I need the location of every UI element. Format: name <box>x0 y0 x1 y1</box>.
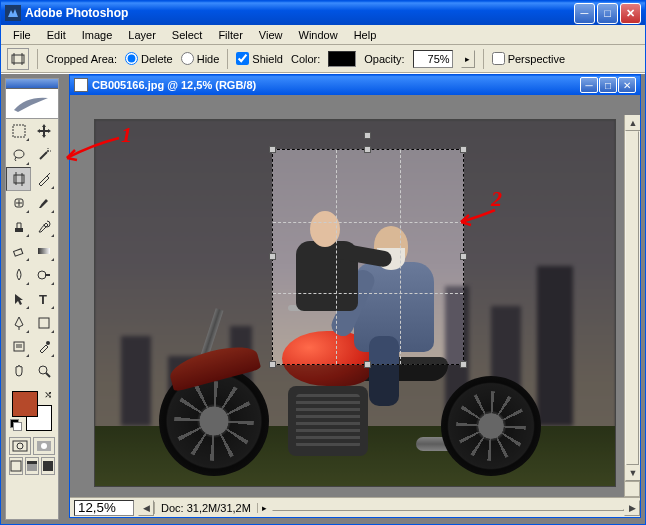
maximize-button[interactable]: □ <box>597 3 618 24</box>
swap-colors-icon[interactable]: ⤭ <box>44 389 52 400</box>
opacity-flyout[interactable]: ▸ <box>461 50 475 68</box>
zoom-tool[interactable] <box>31 359 56 383</box>
doc-label: Doc: <box>161 502 184 514</box>
workarea: T ⤭ CB005 <box>1 73 645 524</box>
crop-handle-tr[interactable] <box>460 146 467 153</box>
color-swatches[interactable]: ⤭ <box>10 389 54 431</box>
crop-handle-r[interactable] <box>460 253 467 260</box>
scroll-down-button[interactable]: ▼ <box>625 465 640 481</box>
path-select-tool[interactable] <box>6 287 31 311</box>
titlebar[interactable]: Adobe Photoshop ─ □ ✕ <box>1 1 645 25</box>
svg-point-20 <box>38 271 46 279</box>
vertical-scrollbar[interactable]: ▲ ▼ <box>624 115 640 481</box>
marquee-tool[interactable] <box>6 119 31 143</box>
crop-handle-tl[interactable] <box>269 146 276 153</box>
svg-line-30 <box>46 373 50 377</box>
crop-tool[interactable] <box>6 167 31 191</box>
crop-handle-l[interactable] <box>269 253 276 260</box>
crop-selection[interactable] <box>272 149 464 365</box>
document-title: CB005166.jpg @ 12,5% (RGB/8) <box>92 79 580 91</box>
resize-grip[interactable] <box>624 481 640 497</box>
svg-point-5 <box>14 150 24 158</box>
zoom-field[interactable] <box>74 500 134 516</box>
scroll-up-button[interactable]: ▲ <box>625 115 640 131</box>
toolbox-grip[interactable] <box>6 79 58 89</box>
svg-rect-24 <box>39 318 49 328</box>
document-window: CB005166.jpg @ 12,5% (RGB/8) ─ □ ✕ <box>69 74 641 518</box>
eraser-tool[interactable] <box>6 239 31 263</box>
current-tool-icon[interactable] <box>7 48 29 70</box>
gradient-tool[interactable] <box>31 239 56 263</box>
eyedropper-tool[interactable] <box>31 335 56 359</box>
close-button[interactable]: ✕ <box>620 3 641 24</box>
shield-checkbox[interactable]: Shield <box>236 52 283 65</box>
foreground-color-swatch[interactable] <box>12 391 38 417</box>
magic-wand-tool[interactable] <box>31 143 56 167</box>
crop-handle-br[interactable] <box>460 361 467 368</box>
svg-rect-17 <box>15 228 23 232</box>
statusbar: ◀ Doc: 31,2M/31,2M ▸ ▶ <box>70 497 640 517</box>
crop-handle-bl[interactable] <box>269 361 276 368</box>
shape-tool[interactable] <box>31 311 56 335</box>
perspective-checkbox[interactable]: Perspective <box>492 52 565 65</box>
screen-full-button[interactable] <box>41 457 55 475</box>
svg-point-32 <box>17 443 23 449</box>
menu-image[interactable]: Image <box>74 27 121 43</box>
healing-brush-tool[interactable] <box>6 191 31 215</box>
minimize-button[interactable]: ─ <box>574 3 595 24</box>
notes-tool[interactable] <box>6 335 31 359</box>
move-tool[interactable] <box>31 119 56 143</box>
screen-menubar-button[interactable] <box>25 457 39 475</box>
app-window: Adobe Photoshop ─ □ ✕ File Edit Image La… <box>0 0 646 525</box>
toolbox: T ⤭ <box>5 78 59 520</box>
delete-radio[interactable]: Delete <box>125 52 173 65</box>
statusbar-flyout[interactable]: ▸ <box>257 503 271 513</box>
menu-select[interactable]: Select <box>164 27 211 43</box>
menu-layer[interactable]: Layer <box>120 27 164 43</box>
pen-tool[interactable] <box>6 311 31 335</box>
opacity-field[interactable] <box>413 50 453 68</box>
screen-standard-button[interactable] <box>9 457 23 475</box>
svg-rect-0 <box>5 5 21 21</box>
svg-point-29 <box>39 366 47 374</box>
document-icon <box>74 78 88 92</box>
menu-edit[interactable]: Edit <box>39 27 74 43</box>
dodge-tool[interactable] <box>31 263 56 287</box>
menu-file[interactable]: File <box>5 27 39 43</box>
svg-rect-38 <box>43 461 53 471</box>
menu-filter[interactable]: Filter <box>210 27 250 43</box>
canvas[interactable] <box>94 119 616 487</box>
svg-line-13 <box>47 173 50 176</box>
quickmask-mode-button[interactable] <box>33 437 55 455</box>
blur-tool[interactable] <box>6 263 31 287</box>
crop-handle-b[interactable] <box>364 361 371 368</box>
menu-view[interactable]: View <box>251 27 291 43</box>
clone-stamp-tool[interactable] <box>6 215 31 239</box>
hand-tool[interactable] <box>6 359 31 383</box>
history-brush-tool[interactable] <box>31 215 56 239</box>
svg-rect-35 <box>11 461 21 471</box>
doc-minimize-button[interactable]: ─ <box>580 77 598 93</box>
brush-tool[interactable] <box>31 191 56 215</box>
type-tool[interactable]: T <box>31 287 56 311</box>
menu-help[interactable]: Help <box>346 27 385 43</box>
crop-rotate-handle[interactable] <box>364 132 371 139</box>
toolbox-header-icon <box>6 89 58 119</box>
scroll-left-button[interactable]: ◀ <box>138 500 154 516</box>
doc-maximize-button[interactable]: □ <box>599 77 617 93</box>
svg-rect-18 <box>13 249 22 256</box>
shield-color-swatch[interactable] <box>328 51 356 67</box>
document-titlebar[interactable]: CB005166.jpg @ 12,5% (RGB/8) ─ □ ✕ <box>70 75 640 95</box>
hide-radio[interactable]: Hide <box>181 52 220 65</box>
crop-handle-t[interactable] <box>364 146 371 153</box>
slice-tool[interactable] <box>31 167 56 191</box>
default-colors-icon[interactable] <box>10 419 22 431</box>
menu-window[interactable]: Window <box>291 27 346 43</box>
svg-rect-37 <box>27 461 37 464</box>
lasso-tool[interactable] <box>6 143 31 167</box>
standard-mode-button[interactable] <box>9 437 31 455</box>
svg-rect-19 <box>38 248 50 254</box>
opacity-label: Opacity: <box>364 53 404 65</box>
scroll-right-button[interactable]: ▶ <box>624 500 640 516</box>
doc-close-button[interactable]: ✕ <box>618 77 636 93</box>
